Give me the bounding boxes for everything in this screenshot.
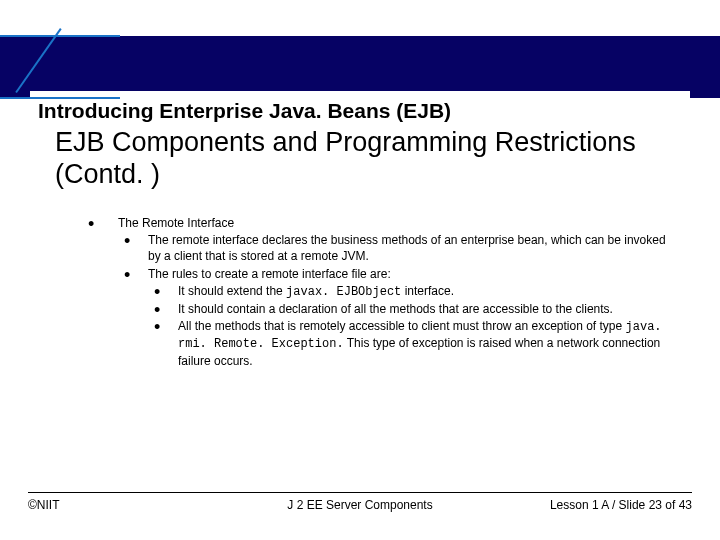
slide-header-title: Introducing Enterprise Java. Beans (EJB) [38,99,451,123]
content-heading: EJB Components and Programming Restricti… [55,126,670,191]
footer-left: ©NIIT [28,498,60,512]
list-item: The rules to create a remote interface f… [118,266,678,369]
footer-divider [28,492,692,493]
slide: Introducing Enterprise Java. Beans (EJB)… [0,0,720,540]
list-item: It should extend the javax. EJBObject in… [148,283,678,300]
code-text: javax. EJBObject [286,285,401,299]
footer-right: Lesson 1 A / Slide 23 of 43 [550,498,692,512]
footer: ©NIIT J 2 EE Server Components Lesson 1 … [28,498,692,512]
list-item: The Remote Interface The remote interfac… [88,215,678,369]
header-accent-line [15,28,61,93]
list-item: The remote interface declares the busine… [118,232,678,264]
header-band: Introducing Enterprise Java. Beans (EJB) [0,36,720,98]
list-item: All the methods that is remotely accessi… [148,318,678,369]
list-item: It should contain a declaration of all t… [148,301,678,317]
bullet-title: The Remote Interface [118,216,234,230]
slide-header: Introducing Enterprise Java. Beans (EJB) [30,91,690,131]
bullet-list: The Remote Interface The remote interfac… [88,215,678,369]
